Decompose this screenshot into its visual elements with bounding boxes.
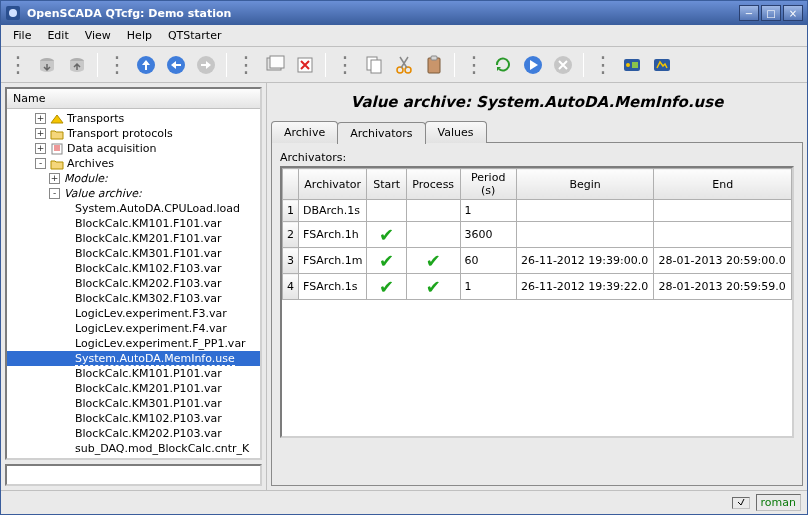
- col-header[interactable]: Process: [406, 169, 460, 200]
- tree-row[interactable]: LogicLev.experiment.F3.var: [7, 306, 260, 321]
- cell-process[interactable]: [406, 222, 460, 248]
- status-user[interactable]: roman: [756, 494, 801, 511]
- cell-begin[interactable]: [516, 200, 654, 222]
- toolbar-grip[interactable]: ⋮: [5, 52, 31, 77]
- cell-start[interactable]: ✔: [367, 222, 407, 248]
- col-header[interactable]: Begin: [516, 169, 654, 200]
- nav-forward-button[interactable]: [192, 51, 220, 79]
- refresh-button[interactable]: [489, 51, 517, 79]
- tree-row[interactable]: BlockCalc.KM201.P101.var: [7, 381, 260, 396]
- tree-row[interactable]: BlockCalc.KM101.P101.var: [7, 366, 260, 381]
- cell-period[interactable]: 60: [460, 248, 516, 274]
- col-header[interactable]: End: [654, 169, 792, 200]
- cell-process[interactable]: ✔: [406, 274, 460, 300]
- db-load-button[interactable]: [33, 51, 61, 79]
- cell-start[interactable]: ✔: [367, 248, 407, 274]
- tree-row[interactable]: System.AutoDA.CPULoad.load: [7, 201, 260, 216]
- module-a-button[interactable]: [618, 51, 646, 79]
- toolbar-grip[interactable]: ⋮: [233, 52, 259, 77]
- tree-row[interactable]: BlockCalc.KM202.F103.var: [7, 276, 260, 291]
- col-header[interactable]: Start: [367, 169, 407, 200]
- nav-back-button[interactable]: [162, 51, 190, 79]
- table-row[interactable]: 1DBArch.1s1: [283, 200, 792, 222]
- module-b-button[interactable]: [648, 51, 676, 79]
- tree-row[interactable]: BlockCalc.KM202.P103.var: [7, 426, 260, 441]
- cell-begin[interactable]: 26-11-2012 19:39:00.0: [516, 248, 654, 274]
- cell-begin[interactable]: 26-11-2012 19:39:22.0: [516, 274, 654, 300]
- cell-period[interactable]: 1: [460, 274, 516, 300]
- tree-row[interactable]: +Transport protocols: [7, 126, 260, 141]
- tree-row[interactable]: +Transports: [7, 111, 260, 126]
- tab-archivators[interactable]: Archivators: [337, 122, 425, 144]
- address-input[interactable]: [5, 464, 262, 486]
- tree-row[interactable]: BlockCalc.KM301.F101.var: [7, 246, 260, 261]
- tree-row[interactable]: sub_DAQ.mod_BlockCalc.cntr_K: [7, 441, 260, 456]
- item-del-button[interactable]: [291, 51, 319, 79]
- cell-archivator[interactable]: DBArch.1s: [299, 200, 367, 222]
- cell-archivator[interactable]: FSArch.1m: [299, 248, 367, 274]
- toolbar-grip[interactable]: ⋮: [590, 52, 616, 77]
- tree-row[interactable]: -Value archive:: [7, 186, 260, 201]
- cell-end[interactable]: 28-01-2013 20:59:59.0: [654, 274, 792, 300]
- tree-header-name[interactable]: Name: [7, 89, 260, 109]
- tree-row[interactable]: BlockCalc.KM101.F101.var: [7, 216, 260, 231]
- menu-qtstarter[interactable]: QTStarter: [160, 27, 230, 44]
- nav-up-button[interactable]: [132, 51, 160, 79]
- tree-row[interactable]: LogicLev.experiment.F4.var: [7, 321, 260, 336]
- tree-row[interactable]: BlockCalc.KM302.F103.var: [7, 291, 260, 306]
- tree-toggle[interactable]: +: [49, 173, 60, 184]
- tree-row[interactable]: LogicLev.experiment.F_PP1.var: [7, 336, 260, 351]
- tree-toggle[interactable]: +: [35, 143, 46, 154]
- col-header[interactable]: Archivator: [299, 169, 367, 200]
- run-button[interactable]: [519, 51, 547, 79]
- toolbar-grip[interactable]: ⋮: [332, 52, 358, 77]
- status-indicator[interactable]: [732, 497, 750, 509]
- tree-row[interactable]: +Data acquisition: [7, 141, 260, 156]
- tree-toggle[interactable]: -: [35, 158, 46, 169]
- table-row[interactable]: 2FSArch.1h✔3600: [283, 222, 792, 248]
- paste-button[interactable]: [420, 51, 448, 79]
- tree-toggle[interactable]: +: [35, 113, 46, 124]
- menu-view[interactable]: View: [77, 27, 119, 44]
- menu-edit[interactable]: Edit: [39, 27, 76, 44]
- cell-process[interactable]: ✔: [406, 248, 460, 274]
- col-header[interactable]: Period (s): [460, 169, 516, 200]
- cell-end[interactable]: [654, 200, 792, 222]
- tree-row[interactable]: BlockCalc.KM201.F101.var: [7, 231, 260, 246]
- cell-begin[interactable]: [516, 222, 654, 248]
- stop-button[interactable]: [549, 51, 577, 79]
- db-save-button[interactable]: [63, 51, 91, 79]
- item-add-button[interactable]: [261, 51, 289, 79]
- cell-archivator[interactable]: FSArch.1h: [299, 222, 367, 248]
- cell-start[interactable]: ✔: [367, 274, 407, 300]
- tree-row[interactable]: sub_DAQ.mod_LogicLev.cntr_e: [7, 456, 260, 458]
- tree-row[interactable]: BlockCalc.KM102.F103.var: [7, 261, 260, 276]
- tree-row[interactable]: System.AutoDA.MemInfo.use: [7, 351, 260, 366]
- titlebar[interactable]: OpenSCADA QTcfg: Demo station − □ ×: [1, 1, 807, 25]
- cell-end[interactable]: [654, 222, 792, 248]
- cell-start[interactable]: [367, 200, 407, 222]
- cut-button[interactable]: [390, 51, 418, 79]
- menu-help[interactable]: Help: [119, 27, 160, 44]
- cell-process[interactable]: [406, 200, 460, 222]
- maximize-button[interactable]: □: [761, 5, 781, 21]
- tree-toggle[interactable]: +: [35, 128, 46, 139]
- minimize-button[interactable]: −: [739, 5, 759, 21]
- tree-toggle[interactable]: -: [49, 188, 60, 199]
- tree[interactable]: Name +Transports+Transport protocols+Dat…: [5, 87, 262, 460]
- cell-archivator[interactable]: FSArch.1s: [299, 274, 367, 300]
- table-row[interactable]: 4FSArch.1s✔✔126-11-2012 19:39:22.028-01-…: [283, 274, 792, 300]
- table-row[interactable]: 3FSArch.1m✔✔6026-11-2012 19:39:00.028-01…: [283, 248, 792, 274]
- menu-file[interactable]: File: [5, 27, 39, 44]
- tree-row[interactable]: -Archives: [7, 156, 260, 171]
- cell-period[interactable]: 1: [460, 200, 516, 222]
- tab-archive[interactable]: Archive: [271, 121, 338, 143]
- copy-button[interactable]: [360, 51, 388, 79]
- tree-row[interactable]: BlockCalc.KM102.P103.var: [7, 411, 260, 426]
- tree-row[interactable]: BlockCalc.KM301.P101.var: [7, 396, 260, 411]
- toolbar-grip[interactable]: ⋮: [104, 52, 130, 77]
- cell-period[interactable]: 3600: [460, 222, 516, 248]
- tree-row[interactable]: +Module:: [7, 171, 260, 186]
- toolbar-grip[interactable]: ⋮: [461, 52, 487, 77]
- tab-values[interactable]: Values: [425, 121, 487, 143]
